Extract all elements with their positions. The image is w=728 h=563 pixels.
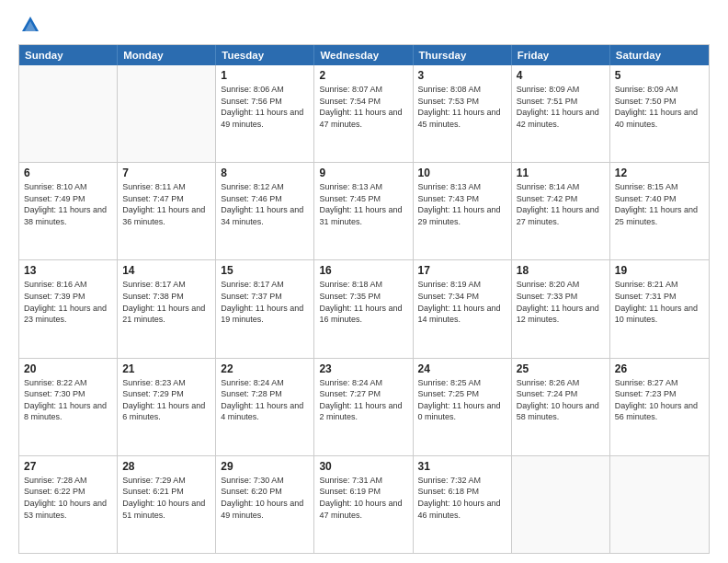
day-info: Sunrise: 7:29 AM Sunset: 6:21 PM Dayligh… xyxy=(122,475,210,521)
calendar-cell: 27Sunrise: 7:28 AM Sunset: 6:22 PM Dayli… xyxy=(19,456,118,553)
day-number: 1 xyxy=(221,69,309,82)
day-number: 13 xyxy=(24,264,112,277)
day-info: Sunrise: 8:24 AM Sunset: 7:28 PM Dayligh… xyxy=(221,377,309,423)
day-number: 10 xyxy=(418,167,506,179)
day-number: 23 xyxy=(319,362,407,375)
day-info: Sunrise: 8:23 AM Sunset: 7:29 PM Dayligh… xyxy=(122,377,210,423)
calendar-cell: 22Sunrise: 8:24 AM Sunset: 7:28 PM Dayli… xyxy=(216,359,314,455)
day-info: Sunrise: 8:10 AM Sunset: 7:49 PM Dayligh… xyxy=(24,181,112,227)
day-number: 30 xyxy=(319,460,407,473)
calendar-header-cell: Friday xyxy=(512,45,610,65)
day-number: 22 xyxy=(221,362,309,375)
day-number: 9 xyxy=(319,167,407,179)
calendar: SundayMondayTuesdayWednesdayThursdayFrid… xyxy=(18,44,710,554)
calendar-cell: 26Sunrise: 8:27 AM Sunset: 7:23 PM Dayli… xyxy=(610,359,709,455)
calendar-cell xyxy=(512,456,610,553)
calendar-cell: 3Sunrise: 8:08 AM Sunset: 7:53 PM Daylig… xyxy=(414,65,512,162)
day-info: Sunrise: 8:27 AM Sunset: 7:23 PM Dayligh… xyxy=(615,377,704,423)
calendar-cell: 18Sunrise: 8:20 AM Sunset: 7:33 PM Dayli… xyxy=(512,260,610,357)
page: SundayMondayTuesdayWednesdayThursdayFrid… xyxy=(0,0,728,563)
day-number: 6 xyxy=(24,167,112,179)
calendar-week-row: 6Sunrise: 8:10 AM Sunset: 7:49 PM Daylig… xyxy=(19,163,709,260)
calendar-week-row: 20Sunrise: 8:22 AM Sunset: 7:30 PM Dayli… xyxy=(19,359,709,456)
day-info: Sunrise: 8:11 AM Sunset: 7:47 PM Dayligh… xyxy=(122,181,210,227)
day-info: Sunrise: 8:19 AM Sunset: 7:34 PM Dayligh… xyxy=(418,279,506,325)
logo xyxy=(18,17,40,35)
day-number: 26 xyxy=(615,362,704,375)
day-info: Sunrise: 8:13 AM Sunset: 7:43 PM Dayligh… xyxy=(418,181,506,227)
day-number: 19 xyxy=(615,264,704,277)
day-info: Sunrise: 8:09 AM Sunset: 7:50 PM Dayligh… xyxy=(615,84,704,130)
day-number: 28 xyxy=(122,460,210,473)
calendar-cell: 5Sunrise: 8:09 AM Sunset: 7:50 PM Daylig… xyxy=(610,65,709,162)
calendar-cell xyxy=(19,65,118,162)
day-info: Sunrise: 8:07 AM Sunset: 7:54 PM Dayligh… xyxy=(319,84,407,130)
calendar-header-cell: Sunday xyxy=(19,45,118,65)
day-info: Sunrise: 8:22 AM Sunset: 7:30 PM Dayligh… xyxy=(24,377,112,423)
day-info: Sunrise: 8:26 AM Sunset: 7:24 PM Dayligh… xyxy=(517,377,605,423)
day-number: 2 xyxy=(319,69,407,82)
day-info: Sunrise: 8:16 AM Sunset: 7:39 PM Dayligh… xyxy=(24,279,112,325)
calendar-cell: 30Sunrise: 7:31 AM Sunset: 6:19 PM Dayli… xyxy=(314,456,413,553)
day-number: 12 xyxy=(615,167,704,179)
day-info: Sunrise: 8:06 AM Sunset: 7:56 PM Dayligh… xyxy=(221,84,309,130)
calendar-cell: 6Sunrise: 8:10 AM Sunset: 7:49 PM Daylig… xyxy=(19,163,118,259)
day-number: 4 xyxy=(517,69,605,82)
day-number: 16 xyxy=(319,264,407,277)
day-number: 27 xyxy=(24,460,112,473)
calendar-cell: 20Sunrise: 8:22 AM Sunset: 7:30 PM Dayli… xyxy=(19,359,118,455)
day-number: 18 xyxy=(517,264,605,277)
day-info: Sunrise: 8:14 AM Sunset: 7:42 PM Dayligh… xyxy=(517,181,605,227)
day-number: 5 xyxy=(615,69,704,82)
calendar-cell: 7Sunrise: 8:11 AM Sunset: 7:47 PM Daylig… xyxy=(118,163,216,259)
calendar-cell: 23Sunrise: 8:24 AM Sunset: 7:27 PM Dayli… xyxy=(314,359,413,455)
calendar-cell: 28Sunrise: 7:29 AM Sunset: 6:21 PM Dayli… xyxy=(118,456,216,553)
day-number: 31 xyxy=(418,460,506,473)
day-info: Sunrise: 7:28 AM Sunset: 6:22 PM Dayligh… xyxy=(24,475,112,521)
calendar-cell: 29Sunrise: 7:30 AM Sunset: 6:20 PM Dayli… xyxy=(216,456,314,553)
day-info: Sunrise: 8:12 AM Sunset: 7:46 PM Dayligh… xyxy=(221,181,309,227)
calendar-cell: 11Sunrise: 8:14 AM Sunset: 7:42 PM Dayli… xyxy=(512,163,610,259)
calendar-cell: 4Sunrise: 8:09 AM Sunset: 7:51 PM Daylig… xyxy=(512,65,610,162)
calendar-cell xyxy=(610,456,709,553)
calendar-header-cell: Saturday xyxy=(610,45,709,65)
day-info: Sunrise: 8:09 AM Sunset: 7:51 PM Dayligh… xyxy=(517,84,605,130)
calendar-cell: 12Sunrise: 8:15 AM Sunset: 7:40 PM Dayli… xyxy=(610,163,709,259)
day-info: Sunrise: 8:21 AM Sunset: 7:31 PM Dayligh… xyxy=(615,279,704,325)
calendar-cell: 9Sunrise: 8:13 AM Sunset: 7:45 PM Daylig… xyxy=(314,163,413,259)
day-number: 29 xyxy=(221,460,309,473)
day-info: Sunrise: 7:32 AM Sunset: 6:18 PM Dayligh… xyxy=(418,475,506,521)
day-number: 17 xyxy=(418,264,506,277)
day-info: Sunrise: 8:20 AM Sunset: 7:33 PM Dayligh… xyxy=(517,279,605,325)
calendar-cell: 25Sunrise: 8:26 AM Sunset: 7:24 PM Dayli… xyxy=(512,359,610,455)
calendar-header-cell: Monday xyxy=(118,45,216,65)
day-number: 3 xyxy=(418,69,506,82)
day-number: 11 xyxy=(517,167,605,179)
calendar-header-cell: Tuesday xyxy=(216,45,314,65)
day-number: 7 xyxy=(122,167,210,179)
day-info: Sunrise: 8:25 AM Sunset: 7:25 PM Dayligh… xyxy=(418,377,506,423)
calendar-cell: 17Sunrise: 8:19 AM Sunset: 7:34 PM Dayli… xyxy=(414,260,512,357)
calendar-cell: 10Sunrise: 8:13 AM Sunset: 7:43 PM Dayli… xyxy=(414,163,512,259)
calendar-week-row: 27Sunrise: 7:28 AM Sunset: 6:22 PM Dayli… xyxy=(19,456,709,553)
calendar-cell xyxy=(118,65,216,162)
calendar-header-cell: Thursday xyxy=(414,45,512,65)
calendar-cell: 15Sunrise: 8:17 AM Sunset: 7:37 PM Dayli… xyxy=(216,260,314,357)
calendar-cell: 13Sunrise: 8:16 AM Sunset: 7:39 PM Dayli… xyxy=(19,260,118,357)
day-info: Sunrise: 8:17 AM Sunset: 7:37 PM Dayligh… xyxy=(221,279,309,325)
calendar-cell: 31Sunrise: 7:32 AM Sunset: 6:18 PM Dayli… xyxy=(414,456,512,553)
calendar-cell: 1Sunrise: 8:06 AM Sunset: 7:56 PM Daylig… xyxy=(216,65,314,162)
day-info: Sunrise: 8:13 AM Sunset: 7:45 PM Dayligh… xyxy=(319,181,407,227)
day-info: Sunrise: 8:15 AM Sunset: 7:40 PM Dayligh… xyxy=(615,181,704,227)
calendar-cell: 21Sunrise: 8:23 AM Sunset: 7:29 PM Dayli… xyxy=(118,359,216,455)
calendar-week-row: 1Sunrise: 8:06 AM Sunset: 7:56 PM Daylig… xyxy=(19,65,709,163)
calendar-body: 1Sunrise: 8:06 AM Sunset: 7:56 PM Daylig… xyxy=(19,65,709,553)
day-number: 21 xyxy=(122,362,210,375)
calendar-header-cell: Wednesday xyxy=(314,45,413,65)
calendar-cell: 16Sunrise: 8:18 AM Sunset: 7:35 PM Dayli… xyxy=(314,260,413,357)
calendar-cell: 24Sunrise: 8:25 AM Sunset: 7:25 PM Dayli… xyxy=(414,359,512,455)
day-info: Sunrise: 8:17 AM Sunset: 7:38 PM Dayligh… xyxy=(122,279,210,325)
day-number: 14 xyxy=(122,264,210,277)
calendar-cell: 2Sunrise: 8:07 AM Sunset: 7:54 PM Daylig… xyxy=(314,65,413,162)
day-number: 20 xyxy=(24,362,112,375)
